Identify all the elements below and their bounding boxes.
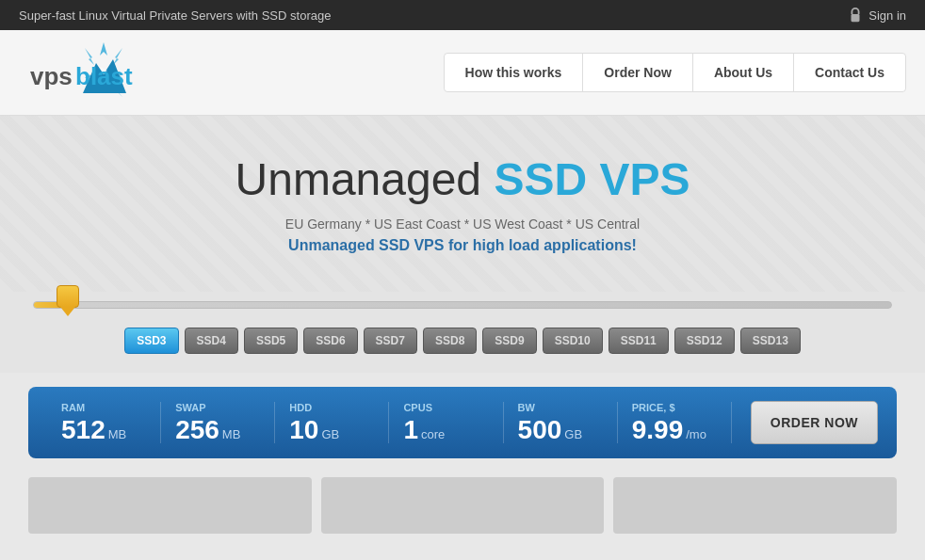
slider-track[interactable] bbox=[33, 301, 892, 309]
ssd-tab-ssd12[interactable]: SSD12 bbox=[674, 328, 735, 354]
svg-text:vps: vps bbox=[30, 62, 73, 90]
logo: vps blast bbox=[19, 40, 226, 105]
bottom-strips bbox=[0, 477, 925, 534]
spec-hdd: HDD 10GB bbox=[275, 402, 389, 443]
spec-swap-value: 256MB bbox=[175, 417, 260, 443]
hero-section: Unmanaged SSD VPS EU Germany * US East C… bbox=[0, 116, 925, 292]
ssd-tab-ssd4[interactable]: SSD4 bbox=[185, 328, 238, 354]
ssd-tab-ssd3[interactable]: SSD3 bbox=[124, 328, 178, 354]
ssd-tab-ssd6[interactable]: SSD6 bbox=[303, 328, 357, 354]
lock-icon bbox=[848, 7, 863, 24]
ssd-tab-ssd5[interactable]: SSD5 bbox=[244, 328, 298, 354]
spec-ram-unit: MB bbox=[108, 427, 127, 441]
slider-thumb[interactable] bbox=[55, 285, 81, 319]
bottom-strip-2 bbox=[321, 477, 605, 534]
spec-price-value: 9.99/mo bbox=[632, 417, 717, 443]
spec-bw-value: 500GB bbox=[518, 417, 603, 443]
svg-rect-0 bbox=[852, 14, 860, 22]
spec-bw: BW 500GB bbox=[504, 402, 618, 443]
spec-price-unit: /mo bbox=[686, 427, 706, 441]
hero-tagline: Unmanaged SSD VPS for high load applicat… bbox=[19, 237, 906, 254]
logo-area[interactable]: vps blast bbox=[19, 40, 226, 105]
slider-area bbox=[0, 292, 925, 328]
ssd-tab-ssd11[interactable]: SSD11 bbox=[609, 328, 669, 354]
topbar-tagline: Super-fast Linux Virtual Private Servers… bbox=[19, 8, 331, 23]
spec-cpus-number: 1 bbox=[403, 415, 418, 444]
spec-swap-label: SWAP bbox=[175, 402, 260, 413]
spec-bw-unit: GB bbox=[564, 427, 582, 441]
thumb-arrow bbox=[60, 307, 75, 316]
spec-price: Price, $ 9.99/mo bbox=[618, 402, 732, 443]
hero-title: Unmanaged SSD VPS bbox=[19, 153, 906, 205]
nav-contact-us[interactable]: Contact Us bbox=[794, 54, 905, 91]
header: vps blast How this works Order Now About… bbox=[0, 30, 925, 116]
spec-ram-value: 512MB bbox=[61, 417, 146, 443]
spec-hdd-value: 10GB bbox=[289, 417, 374, 443]
spec-ram-label: RAM bbox=[61, 402, 146, 413]
spec-hdd-number: 10 bbox=[289, 415, 318, 444]
spec-price-number: 9.99 bbox=[632, 415, 684, 444]
spec-swap-unit: MB bbox=[222, 427, 241, 441]
spec-cpus-value: 1core bbox=[403, 417, 488, 443]
bottom-strip-3 bbox=[613, 477, 897, 534]
hero-subtitle: EU Germany * US East Coast * US West Coa… bbox=[19, 216, 906, 232]
spec-bw-number: 500 bbox=[518, 415, 562, 444]
spec-bw-label: BW bbox=[518, 402, 603, 413]
ssd-tab-ssd10[interactable]: SSD10 bbox=[543, 328, 603, 354]
ssd-tabs: SSD3SSD4SSD5SSD6SSD7SSD8SSD9SSD10SSD11SS… bbox=[0, 328, 925, 373]
bottom-strip-1 bbox=[28, 477, 312, 534]
thumb-body bbox=[57, 285, 79, 308]
sign-in-area[interactable]: Sign in bbox=[848, 7, 906, 24]
spec-swap-number: 256 bbox=[175, 415, 219, 444]
nav-about-us[interactable]: About Us bbox=[693, 54, 794, 91]
ssd-tab-ssd13[interactable]: SSD13 bbox=[740, 328, 801, 354]
spec-cpus-unit: core bbox=[421, 427, 445, 441]
spec-price-label: Price, $ bbox=[632, 402, 717, 413]
ssd-tab-ssd7[interactable]: SSD7 bbox=[364, 328, 417, 354]
spec-ram: RAM 512MB bbox=[47, 402, 161, 443]
spec-ram-number: 512 bbox=[61, 415, 105, 444]
order-now-button[interactable]: ORDER NOW bbox=[751, 401, 878, 444]
svg-marker-1 bbox=[100, 42, 107, 56]
spec-hdd-unit: GB bbox=[321, 427, 339, 441]
hero-title-highlight: SSD VPS bbox=[494, 154, 690, 204]
svg-text:blast: blast bbox=[75, 62, 133, 90]
spec-hdd-label: HDD bbox=[289, 402, 374, 413]
nav-how-it-works[interactable]: How this works bbox=[445, 54, 584, 91]
signin-label[interactable]: Sign in bbox=[868, 8, 906, 23]
specs-bar: RAM 512MB SWAP 256MB HDD 10GB CPUs 1core… bbox=[28, 387, 897, 458]
hero-title-plain: Unmanaged bbox=[235, 154, 482, 204]
main-nav: How this works Order Now About Us Contac… bbox=[444, 53, 906, 92]
slider-track-container bbox=[28, 301, 897, 309]
spec-swap: SWAP 256MB bbox=[161, 402, 275, 443]
top-bar: Super-fast Linux Virtual Private Servers… bbox=[0, 0, 925, 30]
ssd-tab-ssd9[interactable]: SSD9 bbox=[482, 328, 536, 354]
spec-cpus-label: CPUs bbox=[403, 402, 488, 413]
order-btn-wrap: ORDER NOW bbox=[732, 401, 878, 444]
spec-cpus: CPUs 1core bbox=[389, 402, 503, 443]
nav-order-now[interactable]: Order Now bbox=[583, 54, 693, 91]
ssd-tab-ssd8[interactable]: SSD8 bbox=[423, 328, 477, 354]
